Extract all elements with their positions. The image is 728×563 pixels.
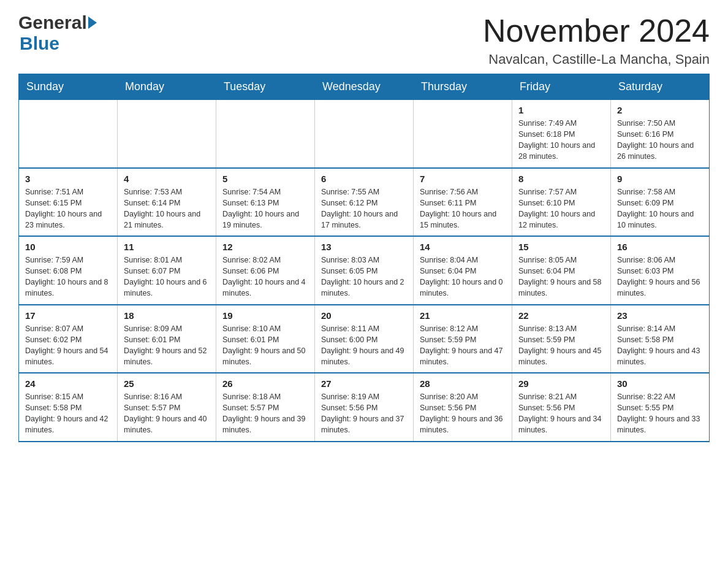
day-number: 3 [25,174,111,184]
calendar-week-row: 3Sunrise: 7:51 AMSunset: 6:15 PMDaylight… [19,168,710,237]
day-number: 8 [518,174,604,184]
day-number: 17 [25,310,111,321]
day-number: 23 [617,310,703,321]
day-number: 9 [617,174,703,184]
day-number: 1 [518,105,604,115]
day-info: Sunrise: 8:16 AMSunset: 5:57 PMDaylight:… [124,391,210,436]
day-number: 7 [420,174,506,184]
weekday-header-sunday: Sunday [19,74,118,100]
logo-general-text: General [18,12,87,33]
calendar-cell: 9Sunrise: 7:58 AMSunset: 6:09 PMDaylight… [611,168,710,237]
calendar-week-row: 17Sunrise: 8:07 AMSunset: 6:02 PMDayligh… [19,305,710,373]
calendar-week-row: 24Sunrise: 8:15 AMSunset: 5:58 PMDayligh… [19,373,710,442]
day-info: Sunrise: 8:20 AMSunset: 5:56 PMDaylight:… [420,391,506,436]
weekday-header-row: SundayMondayTuesdayWednesdayThursdayFrid… [19,74,710,100]
calendar-cell: 29Sunrise: 8:21 AMSunset: 5:56 PMDayligh… [512,373,611,442]
day-info: Sunrise: 8:21 AMSunset: 5:56 PMDaylight:… [518,391,604,436]
calendar-cell: 19Sunrise: 8:10 AMSunset: 6:01 PMDayligh… [216,305,315,373]
calendar-cell: 23Sunrise: 8:14 AMSunset: 5:58 PMDayligh… [611,305,710,373]
day-number: 26 [222,378,308,389]
day-number: 27 [321,378,407,389]
day-info: Sunrise: 8:01 AMSunset: 6:07 PMDaylight:… [124,255,210,299]
weekday-header-saturday: Saturday [611,74,710,100]
day-info: Sunrise: 8:13 AMSunset: 5:59 PMDaylight:… [518,323,604,368]
day-number: 24 [25,378,111,389]
calendar-cell: 13Sunrise: 8:03 AMSunset: 6:05 PMDayligh… [315,236,414,305]
day-number: 28 [420,378,506,389]
calendar-cell: 11Sunrise: 8:01 AMSunset: 6:07 PMDayligh… [118,236,216,305]
calendar-cell: 21Sunrise: 8:12 AMSunset: 5:59 PMDayligh… [414,305,512,373]
day-info: Sunrise: 8:04 AMSunset: 6:04 PMDaylight:… [420,255,506,299]
day-info: Sunrise: 7:58 AMSunset: 6:09 PMDaylight:… [617,186,703,231]
day-info: Sunrise: 8:06 AMSunset: 6:03 PMDaylight:… [617,255,703,299]
calendar-cell [414,100,512,168]
calendar-cell [19,100,118,168]
calendar-title: November 2024 [483,12,710,49]
calendar-cell: 12Sunrise: 8:02 AMSunset: 6:06 PMDayligh… [216,236,315,305]
logo-blue-text: Blue [20,33,59,54]
day-number: 30 [617,378,703,389]
day-number: 20 [321,310,407,321]
weekday-header-wednesday: Wednesday [315,74,414,100]
weekday-header-thursday: Thursday [414,74,512,100]
calendar-week-row: 1Sunrise: 7:49 AMSunset: 6:18 PMDaylight… [19,100,710,168]
day-number: 4 [124,174,210,184]
day-info: Sunrise: 8:02 AMSunset: 6:06 PMDaylight:… [222,255,308,299]
day-info: Sunrise: 7:54 AMSunset: 6:13 PMDaylight:… [222,186,308,231]
day-number: 11 [124,242,210,252]
day-info: Sunrise: 7:56 AMSunset: 6:11 PMDaylight:… [420,186,506,231]
day-info: Sunrise: 7:51 AMSunset: 6:15 PMDaylight:… [25,186,111,231]
calendar-cell: 18Sunrise: 8:09 AMSunset: 6:01 PMDayligh… [118,305,216,373]
calendar-cell: 10Sunrise: 7:59 AMSunset: 6:08 PMDayligh… [19,236,118,305]
day-info: Sunrise: 7:49 AMSunset: 6:18 PMDaylight:… [518,118,604,163]
title-section: November 2024 Navalcan, Castille-La Manc… [483,12,710,67]
calendar-table: SundayMondayTuesdayWednesdayThursdayFrid… [18,74,710,442]
day-info: Sunrise: 8:18 AMSunset: 5:57 PMDaylight:… [222,391,308,436]
day-number: 19 [222,310,308,321]
day-info: Sunrise: 8:03 AMSunset: 6:05 PMDaylight:… [321,255,407,299]
weekday-header-monday: Monday [118,74,216,100]
calendar-cell: 14Sunrise: 8:04 AMSunset: 6:04 PMDayligh… [414,236,512,305]
weekday-header-tuesday: Tuesday [216,74,315,100]
day-number: 15 [518,242,604,252]
calendar-cell: 5Sunrise: 7:54 AMSunset: 6:13 PMDaylight… [216,168,315,237]
day-info: Sunrise: 7:57 AMSunset: 6:10 PMDaylight:… [518,186,604,231]
calendar-cell: 8Sunrise: 7:57 AMSunset: 6:10 PMDaylight… [512,168,611,237]
day-info: Sunrise: 7:55 AMSunset: 6:12 PMDaylight:… [321,186,407,231]
day-info: Sunrise: 7:53 AMSunset: 6:14 PMDaylight:… [124,186,210,231]
day-number: 18 [124,310,210,321]
calendar-cell: 3Sunrise: 7:51 AMSunset: 6:15 PMDaylight… [19,168,118,237]
calendar-week-row: 10Sunrise: 7:59 AMSunset: 6:08 PMDayligh… [19,236,710,305]
day-info: Sunrise: 8:11 AMSunset: 6:00 PMDaylight:… [321,323,407,368]
calendar-cell [216,100,315,168]
calendar-cell: 6Sunrise: 7:55 AMSunset: 6:12 PMDaylight… [315,168,414,237]
calendar-cell: 1Sunrise: 7:49 AMSunset: 6:18 PMDaylight… [512,100,611,168]
calendar-cell [118,100,216,168]
day-info: Sunrise: 8:19 AMSunset: 5:56 PMDaylight:… [321,391,407,436]
location-subtitle: Navalcan, Castille-La Mancha, Spain [483,52,710,67]
calendar-cell: 30Sunrise: 8:22 AMSunset: 5:55 PMDayligh… [611,373,710,442]
calendar-cell: 15Sunrise: 8:05 AMSunset: 6:04 PMDayligh… [512,236,611,305]
calendar-cell: 2Sunrise: 7:50 AMSunset: 6:16 PMDaylight… [611,100,710,168]
day-number: 22 [518,310,604,321]
logo-arrow-icon [88,17,97,29]
day-number: 6 [321,174,407,184]
logo: General Blue [18,12,97,54]
weekday-header-friday: Friday [512,74,611,100]
calendar-cell: 7Sunrise: 7:56 AMSunset: 6:11 PMDaylight… [414,168,512,237]
day-number: 10 [25,242,111,252]
day-info: Sunrise: 8:22 AMSunset: 5:55 PMDaylight:… [617,391,703,436]
day-info: Sunrise: 8:07 AMSunset: 6:02 PMDaylight:… [25,323,111,368]
day-number: 29 [518,378,604,389]
day-number: 16 [617,242,703,252]
day-number: 13 [321,242,407,252]
calendar-cell: 26Sunrise: 8:18 AMSunset: 5:57 PMDayligh… [216,373,315,442]
day-info: Sunrise: 8:12 AMSunset: 5:59 PMDaylight:… [420,323,506,368]
calendar-cell: 28Sunrise: 8:20 AMSunset: 5:56 PMDayligh… [414,373,512,442]
day-number: 5 [222,174,308,184]
day-info: Sunrise: 7:50 AMSunset: 6:16 PMDaylight:… [617,118,703,163]
day-info: Sunrise: 8:14 AMSunset: 5:58 PMDaylight:… [617,323,703,368]
calendar-cell [315,100,414,168]
day-info: Sunrise: 8:10 AMSunset: 6:01 PMDaylight:… [222,323,308,368]
day-number: 12 [222,242,308,252]
